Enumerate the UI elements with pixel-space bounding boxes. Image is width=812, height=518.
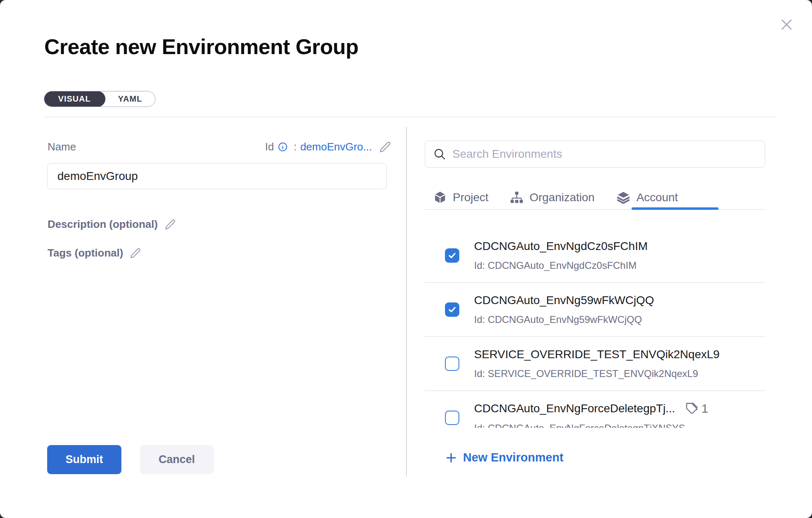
environment-id: Id: SERVICE_OVERRIDE_TEST_ENVQik2NqexL9 — [474, 368, 720, 379]
cube-icon — [433, 191, 447, 204]
id-value-link[interactable]: demoEnvGro... — [300, 141, 372, 153]
environment-texts: CDCNGAuto_EnvNgdCz0sFChIM Id: CDCNGAuto_… — [474, 240, 648, 271]
environment-checkbox[interactable] — [445, 248, 459, 263]
plus-icon — [445, 452, 457, 464]
environment-checkbox[interactable] — [445, 302, 459, 317]
active-tab-indicator — [632, 207, 718, 210]
tag-count-badge: 1 — [685, 402, 708, 416]
environment-id: Id: CDCNGAuto_EnvNgdCz0sFChIM — [474, 260, 648, 271]
column-divider — [406, 127, 407, 477]
environment-id: Id: CDCNGAuto_EnvNg59wFkWCjQQ — [474, 314, 654, 325]
scope-tabs: Project Organization — [425, 185, 765, 210]
environment-texts: CDCNGAuto_EnvNg59wFkWCjQQ Id: CDCNGAuto_… — [474, 294, 654, 325]
edit-tags-pencil-icon[interactable] — [130, 248, 141, 259]
org-chart-icon — [510, 191, 524, 204]
tags-label: Tags (optional) — [48, 247, 123, 259]
environment-name: CDCNGAuto_EnvNgdCz0sFChIM — [474, 240, 648, 253]
new-environment-label: New Environment — [463, 451, 563, 464]
tab-organization[interactable]: Organization — [510, 191, 595, 204]
edit-id-pencil-icon[interactable] — [379, 141, 391, 153]
cancel-button[interactable]: Cancel — [140, 445, 214, 474]
id-group: Id : demoEnvGro... — [265, 141, 391, 153]
edit-description-pencil-icon[interactable] — [164, 219, 176, 230]
tab-project[interactable]: Project — [433, 191, 488, 204]
tab-organization-label: Organization — [529, 191, 595, 204]
tab-account[interactable]: Account — [616, 190, 678, 205]
name-input[interactable] — [47, 163, 387, 189]
toggle-yaml[interactable]: YAML — [105, 91, 155, 107]
environment-list-item[interactable]: CDCNGAuto_EnvNgdCz0sFChIM Id: CDCNGAuto_… — [425, 210, 765, 283]
environment-list-item[interactable]: SERVICE_OVERRIDE_TEST_ENVQik2NqexL9 Id: … — [425, 337, 765, 391]
name-id-row: Name Id : demoEnvGro... — [48, 141, 391, 153]
tags-row: Tags (optional) — [48, 247, 141, 259]
description-row: Description (optional) — [48, 218, 176, 231]
visual-yaml-toggle: VISUAL YAML — [44, 91, 155, 107]
environment-checkbox[interactable] — [445, 357, 459, 371]
info-icon[interactable] — [278, 142, 288, 152]
modal-actions: Submit Cancel — [47, 445, 214, 474]
id-separator: : — [294, 141, 297, 153]
description-label: Description (optional) — [48, 218, 158, 231]
tag-count: 1 — [701, 402, 708, 416]
tab-account-label: Account — [636, 191, 678, 204]
tags-icon — [685, 402, 699, 416]
environment-texts: SERVICE_OVERRIDE_TEST_ENVQik2NqexL9 Id: … — [474, 348, 720, 379]
environment-list: CDCNGAuto_EnvNgdCz0sFChIM Id: CDCNGAuto_… — [425, 210, 765, 428]
environment-name: CDCNGAuto_EnvNg59wFkWCjQQ — [474, 294, 654, 307]
environment-list-item[interactable]: CDCNGAuto_EnvNgForceDeletegpTj... 1 — [425, 391, 765, 428]
create-environment-group-modal: Create new Environment Group VISUAL YAML… — [0, 0, 812, 518]
search-icon — [433, 148, 446, 162]
toggle-visual[interactable]: VISUAL — [44, 91, 105, 107]
environment-name: CDCNGAuto_EnvNgForceDeletegpTj... — [474, 402, 675, 415]
close-button[interactable] — [778, 16, 795, 33]
environments-panel: Project Organization — [425, 0, 765, 518]
search-environments — [425, 141, 765, 168]
environment-texts: CDCNGAuto_EnvNgForceDeletegpTj... 1 — [474, 402, 708, 428]
name-label: Name — [48, 141, 76, 153]
close-icon — [779, 17, 794, 32]
environment-checkbox[interactable] — [445, 411, 459, 425]
environment-id: Id: CDCNGAuto_EnvNgForceDeletegpTjXNSYS — [474, 423, 708, 428]
page-title: Create new Environment Group — [44, 34, 358, 59]
search-environments-input[interactable] — [425, 141, 765, 168]
submit-button[interactable]: Submit — [47, 445, 121, 474]
layers-icon — [616, 190, 631, 205]
new-environment-button[interactable]: New Environment — [445, 451, 563, 464]
id-label: Id — [265, 141, 274, 153]
environment-list-item[interactable]: CDCNGAuto_EnvNg59wFkWCjQQ Id: CDCNGAuto_… — [425, 283, 765, 337]
environment-name: SERVICE_OVERRIDE_TEST_ENVQik2NqexL9 — [474, 348, 720, 361]
tab-project-label: Project — [453, 191, 488, 204]
